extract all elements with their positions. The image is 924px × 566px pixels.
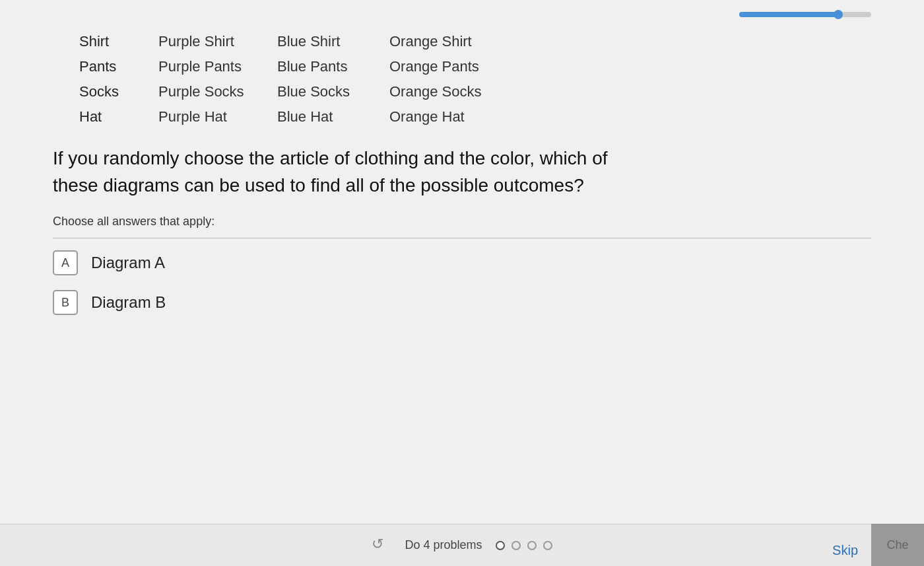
- choose-all-label: Choose all answers that apply:: [53, 215, 871, 229]
- table-row: Hat Purple Hat Blue Hat Orange Hat: [79, 108, 871, 125]
- refresh-icon[interactable]: ↺: [372, 536, 391, 555]
- progress-bar-container: [739, 12, 871, 17]
- dot-1: [496, 541, 505, 550]
- dot-3: [527, 541, 537, 550]
- table-row: Socks Purple Socks Blue Socks Orange Soc…: [79, 83, 871, 100]
- orange-pants: Orange Pants: [389, 58, 521, 75]
- category-hat: Hat: [79, 108, 158, 125]
- purple-pants: Purple Pants: [158, 58, 277, 75]
- category-socks: Socks: [79, 83, 158, 100]
- question-text: If you randomly choose the article of cl…: [53, 145, 647, 199]
- main-container: Shirt Purple Shirt Blue Shirt Orange Shi…: [0, 0, 924, 566]
- category-shirt: Shirt: [79, 33, 158, 50]
- clothing-table: Shirt Purple Shirt Blue Shirt Orange Shi…: [79, 33, 871, 125]
- answer-option-a[interactable]: A Diagram A: [53, 250, 871, 275]
- answer-badge-b: B: [53, 290, 78, 315]
- dot-2: [512, 541, 521, 550]
- check-button[interactable]: Che: [871, 524, 924, 566]
- answer-label-a: Diagram A: [91, 254, 165, 272]
- table-row: Pants Purple Pants Blue Pants Orange Pan…: [79, 58, 871, 75]
- blue-shirt: Blue Shirt: [277, 33, 389, 50]
- purple-socks: Purple Socks: [158, 83, 277, 100]
- skip-button[interactable]: Skip: [832, 543, 858, 558]
- orange-shirt: Orange Shirt: [389, 33, 521, 50]
- category-pants: Pants: [79, 58, 158, 75]
- orange-socks: Orange Socks: [389, 83, 521, 100]
- divider: [53, 238, 871, 238]
- purple-shirt: Purple Shirt: [158, 33, 277, 50]
- answer-label-b: Diagram B: [91, 293, 166, 312]
- answer-option-b[interactable]: B Diagram B: [53, 290, 871, 315]
- progress-bar-fill: [739, 12, 838, 17]
- do-problems-text: Do 4 problems: [405, 538, 482, 552]
- table-row: Shirt Purple Shirt Blue Shirt Orange Shi…: [79, 33, 871, 50]
- blue-socks: Blue Socks: [277, 83, 389, 100]
- purple-hat: Purple Hat: [158, 108, 277, 125]
- answer-badge-a: A: [53, 250, 78, 275]
- progress-dot: [834, 10, 843, 19]
- blue-hat: Blue Hat: [277, 108, 389, 125]
- dot-4: [543, 541, 552, 550]
- bottom-bar: ↺ Do 4 problems Skip Che: [0, 524, 924, 566]
- progress-dots: [496, 541, 552, 550]
- orange-hat: Orange Hat: [389, 108, 521, 125]
- blue-pants: Blue Pants: [277, 58, 389, 75]
